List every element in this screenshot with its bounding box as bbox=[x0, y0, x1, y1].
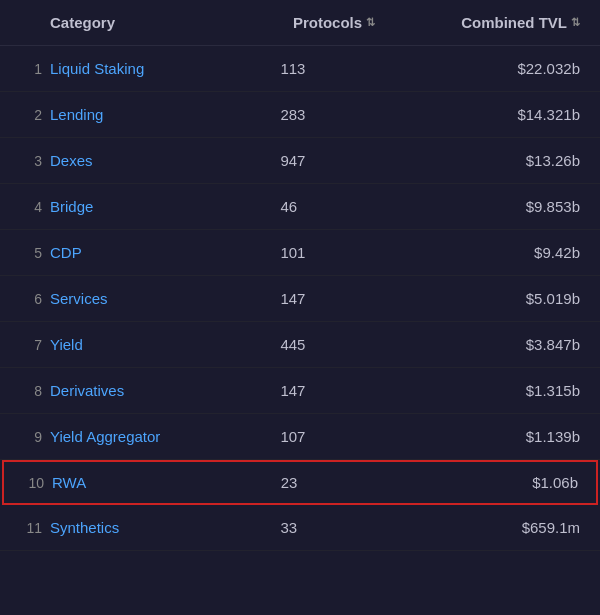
protocols-sort-icon[interactable]: ⇅ bbox=[366, 16, 375, 29]
table-header: Category Protocols ⇅ Combined TVL ⇅ bbox=[0, 0, 600, 46]
row-tvl-value: $5.019b bbox=[419, 290, 580, 307]
table-row: 9 Yield Aggregator 107 $1.139b bbox=[0, 414, 600, 460]
table-row: 1 Liquid Staking 113 $22.032b bbox=[0, 46, 600, 92]
table-row: 11 Synthetics 33 $659.1m bbox=[0, 505, 600, 551]
row-protocols-count: 445 bbox=[280, 336, 418, 353]
row-rank: 4 bbox=[20, 199, 42, 215]
row-category-name[interactable]: Synthetics bbox=[50, 519, 280, 536]
row-tvl-value: $3.847b bbox=[419, 336, 580, 353]
table-row: 7 Yield 445 $3.847b bbox=[0, 322, 600, 368]
table-body: 1 Liquid Staking 113 $22.032b 2 Lending … bbox=[0, 46, 600, 551]
row-protocols-count: 46 bbox=[280, 198, 418, 215]
row-category-name[interactable]: Lending bbox=[50, 106, 280, 123]
row-rank: 1 bbox=[20, 61, 42, 77]
row-category-name[interactable]: Bridge bbox=[50, 198, 280, 215]
header-category: Category bbox=[50, 14, 293, 31]
table-row: 8 Derivatives 147 $1.315b bbox=[0, 368, 600, 414]
row-protocols-count: 283 bbox=[280, 106, 418, 123]
row-protocols-count: 101 bbox=[280, 244, 418, 261]
row-rank: 10 bbox=[22, 475, 44, 491]
table-row: 5 CDP 101 $9.42b bbox=[0, 230, 600, 276]
row-protocols-count: 113 bbox=[280, 60, 418, 77]
row-protocols-count: 33 bbox=[280, 519, 418, 536]
row-rank: 2 bbox=[20, 107, 42, 123]
table-row: 10 RWA 23 $1.06b bbox=[2, 460, 598, 505]
row-category-name[interactable]: Services bbox=[50, 290, 280, 307]
row-category-name[interactable]: Liquid Staking bbox=[50, 60, 280, 77]
row-tvl-value: $9.42b bbox=[419, 244, 580, 261]
row-protocols-count: 147 bbox=[280, 290, 418, 307]
row-tvl-value: $659.1m bbox=[419, 519, 580, 536]
row-tvl-value: $9.853b bbox=[419, 198, 580, 215]
row-protocols-count: 23 bbox=[281, 474, 418, 491]
row-category-name[interactable]: Derivatives bbox=[50, 382, 280, 399]
defi-category-table: Category Protocols ⇅ Combined TVL ⇅ 1 Li… bbox=[0, 0, 600, 551]
row-tvl-value: $13.26b bbox=[419, 152, 580, 169]
row-category-name[interactable]: Yield bbox=[50, 336, 280, 353]
table-row: 4 Bridge 46 $9.853b bbox=[0, 184, 600, 230]
row-rank: 7 bbox=[20, 337, 42, 353]
row-protocols-count: 107 bbox=[280, 428, 418, 445]
row-rank: 3 bbox=[20, 153, 42, 169]
row-tvl-value: $22.032b bbox=[419, 60, 580, 77]
row-tvl-value: $14.321b bbox=[419, 106, 580, 123]
table-row: 3 Dexes 947 $13.26b bbox=[0, 138, 600, 184]
row-tvl-value: $1.139b bbox=[419, 428, 580, 445]
row-protocols-count: 147 bbox=[280, 382, 418, 399]
row-tvl-value: $1.315b bbox=[419, 382, 580, 399]
header-tvl[interactable]: Combined TVL ⇅ bbox=[425, 14, 580, 31]
row-protocols-count: 947 bbox=[280, 152, 418, 169]
row-tvl-value: $1.06b bbox=[418, 474, 578, 491]
row-rank: 9 bbox=[20, 429, 42, 445]
header-protocols[interactable]: Protocols ⇅ bbox=[293, 14, 426, 31]
table-row: 6 Services 147 $5.019b bbox=[0, 276, 600, 322]
row-rank: 5 bbox=[20, 245, 42, 261]
row-category-name[interactable]: Yield Aggregator bbox=[50, 428, 280, 445]
row-rank: 8 bbox=[20, 383, 42, 399]
row-category-name[interactable]: RWA bbox=[52, 474, 281, 491]
table-row: 2 Lending 283 $14.321b bbox=[0, 92, 600, 138]
tvl-sort-icon[interactable]: ⇅ bbox=[571, 16, 580, 29]
row-rank: 6 bbox=[20, 291, 42, 307]
row-category-name[interactable]: Dexes bbox=[50, 152, 280, 169]
row-category-name[interactable]: CDP bbox=[50, 244, 280, 261]
row-rank: 11 bbox=[20, 520, 42, 536]
